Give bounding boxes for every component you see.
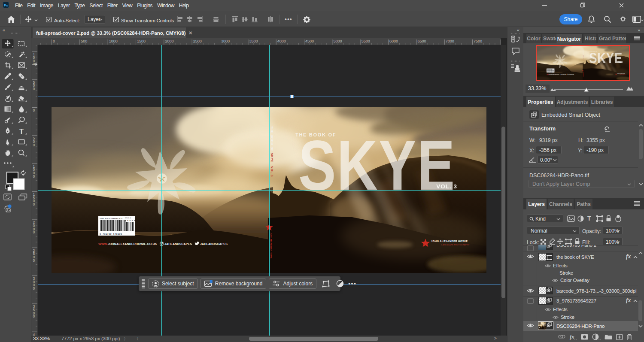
svg-text:3500: 3500 <box>249 39 258 43</box>
svg-text:3000: 3000 <box>221 39 230 43</box>
svg-text:0: 0 <box>33 230 35 234</box>
svg-text:1500: 1500 <box>137 39 146 43</box>
svg-text:0: 0 <box>33 202 35 206</box>
svg-text:4: 4 <box>33 333 35 336</box>
svg-text:2000: 2000 <box>165 39 173 43</box>
svg-text:1000: 1000 <box>109 39 118 43</box>
svg-text:0: 0 <box>33 258 35 263</box>
svg-text:0: 0 <box>33 108 35 112</box>
svg-text:0: 0 <box>33 62 35 66</box>
svg-text:fx: fx <box>570 333 574 340</box>
svg-text:6500: 6500 <box>417 39 426 43</box>
svg-text:5000: 5000 <box>333 39 342 43</box>
svg-text:6000: 6000 <box>389 39 398 43</box>
svg-text:0: 0 <box>33 143 35 147</box>
svg-text:5500: 5500 <box>361 39 370 43</box>
svg-text:7500: 7500 <box>474 39 482 43</box>
svg-text:0: 0 <box>33 286 35 291</box>
svg-text:4000: 4000 <box>277 39 286 43</box>
svg-text:Ps: Ps <box>4 3 8 7</box>
svg-text:0: 0 <box>33 174 35 179</box>
svg-text:T: T <box>19 127 24 136</box>
svg-text:2500: 2500 <box>193 39 202 43</box>
svg-text:0: 0 <box>33 314 35 318</box>
svg-text:4500: 4500 <box>305 39 314 43</box>
svg-text:500: 500 <box>81 39 87 43</box>
svg-text:0: 0 <box>53 39 55 43</box>
svg-text:0: 0 <box>33 87 35 91</box>
svg-text:7000: 7000 <box>446 39 454 43</box>
